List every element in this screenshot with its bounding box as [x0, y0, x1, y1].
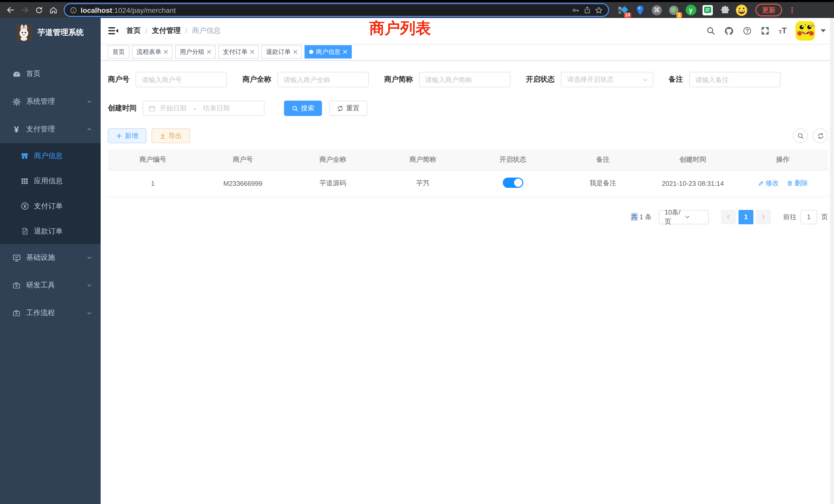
tag-merchant-info[interactable]: 商户信息 — [305, 45, 352, 59]
tag-label: 商户信息 — [316, 47, 341, 56]
sidebar-item-system[interactable]: 系统管理 — [0, 88, 101, 115]
reset-button[interactable]: 重置 — [329, 100, 367, 116]
sidebar-item-refund-order[interactable]: 退款订单 — [0, 219, 101, 244]
reset-button-label: 重置 — [346, 104, 359, 113]
sidebar-item-infra[interactable]: 基础设施 — [0, 244, 101, 272]
show-search-toggle-button[interactable] — [793, 128, 808, 143]
sidebar-item-merchant-info[interactable]: 商户信息 — [0, 143, 101, 168]
extension-badge: 1 — [676, 12, 682, 18]
profile-avatar-emoji[interactable] — [736, 4, 747, 16]
site-info-icon[interactable] — [70, 6, 77, 14]
calendar-icon — [148, 105, 156, 112]
chevron-down-icon — [642, 77, 648, 83]
app-logo-row[interactable]: 芋道管理系统 — [0, 18, 101, 47]
close-icon[interactable] — [164, 50, 168, 54]
avatar-dropdown-caret[interactable] — [821, 29, 826, 32]
extension-devtools-icon[interactable]: 10 — [617, 4, 629, 16]
prev-page-button[interactable] — [721, 210, 736, 224]
sidebar-item-label: 首页 — [26, 69, 92, 78]
font-size-icon[interactable]: TT — [778, 27, 787, 35]
field-label: 开启状态 — [526, 75, 561, 84]
browser-back-button[interactable] — [4, 4, 17, 16]
merchant-shortname-input[interactable] — [419, 72, 510, 87]
extension-shortcut-icon[interactable]: ⌘ — [651, 4, 662, 16]
browser-home-button[interactable] — [47, 4, 60, 16]
page-size-select[interactable]: 10条/页 — [659, 210, 709, 224]
tag-user-group[interactable]: 用户分组 — [175, 45, 216, 59]
sidebar-item-devtools[interactable]: 研发工具 — [0, 272, 101, 299]
col-shortname: 商户简称 — [378, 150, 468, 170]
address-bar[interactable]: localhost:1024/pay/merchant — [64, 3, 609, 17]
extension-y-icon[interactable]: y — [685, 4, 696, 16]
page-number-1[interactable]: 1 — [739, 210, 753, 224]
breadcrumb-pay[interactable]: 支付管理 — [152, 26, 181, 36]
url-text[interactable]: localhost:1024/pay/merchant — [81, 6, 568, 14]
goto-page-input[interactable] — [800, 210, 817, 224]
sidebar-item-pay-order[interactable]: 支付订单 — [0, 193, 101, 219]
password-key-icon[interactable] — [572, 6, 580, 14]
cell-status — [468, 170, 558, 197]
date-separator: - — [191, 105, 199, 112]
help-icon[interactable] — [743, 26, 752, 36]
edit-link[interactable]: 修改 — [758, 179, 779, 188]
chrome-menu-icon[interactable]: ⋮ — [788, 5, 796, 15]
tag-pay-order[interactable]: 支付订单 — [218, 45, 259, 59]
status-toggle[interactable] — [503, 177, 523, 188]
chrome-update-button[interactable]: 更新 — [755, 4, 782, 17]
search-button[interactable]: 搜索 — [284, 100, 322, 116]
browser-forward-button[interactable] — [19, 4, 31, 16]
app-window: 芋道管理系统 首页 系统管理 — [0, 18, 834, 504]
breadcrumb-home[interactable]: 首页 — [126, 26, 141, 36]
cell-fullname: 芋道源码 — [288, 170, 378, 197]
user-avatar[interactable] — [795, 21, 815, 41]
chevron-down-icon — [86, 310, 92, 316]
delete-link[interactable]: 删除 — [787, 179, 808, 188]
remark-input[interactable] — [689, 72, 781, 87]
top-navbar: 首页 / 支付管理 / 商户信息 — [101, 18, 834, 44]
enabled-status-select[interactable]: 请选择开启状态 — [561, 72, 653, 87]
extensions-puzzle-icon[interactable] — [719, 4, 730, 16]
tag-process-form[interactable]: 流程表单 — [132, 45, 173, 59]
sidebar-item-label: 研发工具 — [26, 281, 86, 290]
tag-home[interactable]: 首页 — [108, 45, 129, 59]
table-row: 1 M233666999 芋道源码 芋艿 我是备注 2021-10-23 08:… — [108, 170, 828, 197]
extension-notes-icon[interactable] — [702, 4, 713, 16]
export-button[interactable]: 导出 — [152, 128, 190, 143]
tag-label: 退款订单 — [266, 47, 291, 56]
extension-pin-icon[interactable] — [634, 4, 645, 16]
cell-create-time: 2021-10-23 08:31:14 — [648, 170, 738, 197]
close-icon[interactable] — [343, 50, 347, 54]
fullscreen-icon[interactable] — [761, 26, 770, 36]
page-unit-label: 页 — [821, 212, 828, 222]
extension-proxy-icon[interactable]: 1 — [668, 4, 679, 16]
share-icon[interactable] — [584, 6, 591, 14]
browser-reload-button[interactable] — [33, 4, 45, 16]
tag-refund-order[interactable]: 退款订单 — [261, 45, 302, 59]
app-logo-image — [16, 24, 32, 41]
filter-merchant-shortname: 商户简称 — [384, 72, 510, 87]
close-icon[interactable] — [250, 50, 254, 54]
tag-label: 首页 — [112, 47, 125, 56]
page-scrollbar[interactable] — [830, 18, 834, 504]
close-icon[interactable] — [293, 50, 297, 54]
create-time-range-picker[interactable]: 开始日期 - 结束日期 — [143, 100, 264, 116]
close-icon[interactable] — [207, 50, 211, 54]
table-grid-icon — [19, 177, 30, 185]
navbar-tools: TT — [706, 21, 826, 41]
sidebar-item-pay[interactable]: ¥ 支付管理 — [0, 115, 101, 143]
cell-actions: 修改 删除 — [738, 170, 828, 197]
bookmark-star-icon[interactable] — [595, 6, 603, 14]
yen-icon: ¥ — [10, 125, 23, 134]
header-search-icon[interactable] — [706, 26, 716, 36]
next-page-button[interactable] — [756, 210, 771, 224]
github-icon[interactable] — [724, 26, 734, 36]
add-button[interactable]: 新增 — [108, 128, 146, 143]
delete-link-label: 删除 — [794, 179, 808, 188]
sidebar-item-workflow[interactable]: 工作流程 — [0, 299, 101, 327]
sidebar-item-app-info[interactable]: 应用信息 — [0, 168, 101, 193]
refresh-button[interactable] — [813, 128, 828, 143]
sidebar-item-home[interactable]: 首页 — [0, 60, 101, 88]
sidebar-collapse-icon[interactable] — [108, 27, 118, 35]
merchant-no-input[interactable] — [136, 72, 227, 87]
merchant-fullname-input[interactable] — [277, 72, 369, 87]
